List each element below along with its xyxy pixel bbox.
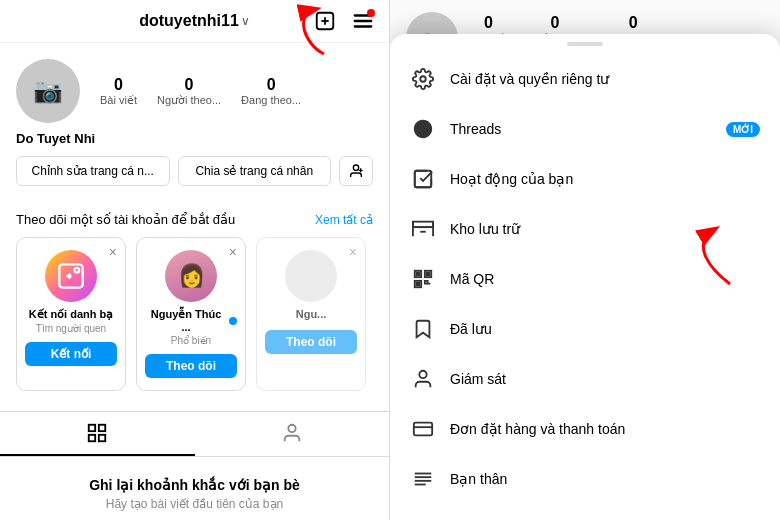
followers-stat: 0 Người theo... (157, 76, 221, 107)
follow-section: Theo dõi một số tài khoản để bắt đầu Xem… (0, 202, 389, 401)
follow-header: Theo dõi một số tài khoản để bắt đầu Xem… (16, 212, 373, 227)
svg-rect-29 (417, 283, 420, 286)
followers-count: 0 (185, 76, 194, 94)
notification-dot (367, 9, 375, 17)
username-title: dotuyetnhi11 (139, 12, 239, 30)
profile-section: 📷 0 Bài viết 0 Người theo... 0 Đang theo… (0, 43, 389, 202)
threads-icon (410, 116, 436, 142)
svg-rect-20 (415, 171, 432, 188)
action-buttons: Chỉnh sửa trang cá n... Chia sẻ trang cá… (16, 156, 373, 186)
card-avatar-1 (45, 250, 97, 302)
edit-profile-button[interactable]: Chỉnh sửa trang cá n... (16, 156, 170, 186)
menu-item-qr[interactable]: Mã QR (390, 254, 780, 304)
threads-label: Threads (450, 121, 712, 137)
archive-icon (410, 216, 436, 242)
add-post-button[interactable] (311, 7, 339, 35)
card-name-1: Kết nối danh bạ (29, 308, 114, 321)
profile-name: Do Tuyet Nhi (16, 131, 373, 146)
avatar: 📷 (16, 59, 80, 123)
menu-item-activity[interactable]: Hoạt động của bạn (390, 154, 780, 204)
svg-point-6 (353, 165, 358, 170)
qr-label: Mã QR (450, 271, 760, 287)
card-avatar-2: 👩 (165, 250, 217, 302)
svg-rect-12 (99, 425, 105, 431)
share-profile-button[interactable]: Chia sẻ trang cá nhân (178, 156, 332, 186)
settings-label: Cài đặt và quyền riêng tư (450, 71, 760, 87)
svg-point-30 (419, 371, 426, 378)
monitor-icon (410, 366, 436, 392)
archive-label: Kho lưu trữ (450, 221, 760, 237)
menu-item-monitor[interactable]: Giám sát (390, 354, 780, 404)
empty-subtitle: Hãy tạo bài viết đầu tiên của bạn (16, 497, 373, 511)
empty-title: Ghi lại khoảnh khắc với bạn bè (16, 477, 373, 493)
card-name-2: Nguyễn Thúc ... (145, 308, 237, 333)
card-subtitle-2: Phổ biến (171, 335, 211, 346)
card-name-3: Ngu... (296, 308, 327, 320)
see-all-link[interactable]: Xem tất cả (315, 213, 373, 227)
svg-point-15 (288, 425, 295, 432)
svg-rect-31 (414, 423, 432, 436)
menu-item-settings[interactable]: Cài đặt và quyền riêng tư (390, 54, 780, 104)
left-header: dotuyetnhi11 ∨ (0, 0, 389, 43)
empty-state: Ghi lại khoảnh khắc với bạn bè Hãy tạo b… (0, 457, 389, 520)
follow-button-1[interactable]: Theo dõi (145, 354, 237, 378)
dropdown-handle (567, 42, 603, 46)
svg-rect-14 (99, 435, 105, 441)
menu-item-orders[interactable]: Đơn đặt hàng và thanh toán (390, 404, 780, 454)
svg-rect-23 (413, 222, 433, 228)
menu-item-saved[interactable]: Đã lưu (390, 304, 780, 354)
menu-item-close-friends[interactable]: Bạn thân (390, 454, 780, 504)
orders-label: Đơn đặt hàng và thanh toán (450, 421, 760, 437)
right-posts-count: 0 (484, 14, 493, 32)
monitor-label: Giám sát (450, 371, 760, 387)
close-friends-label: Bạn thân (450, 471, 760, 487)
add-person-button[interactable] (339, 156, 373, 186)
suggestion-cards: × Kết nối danh bạ Tìm người quen Kết nối… (16, 237, 373, 391)
camera-icon: 📷 (33, 77, 63, 105)
card-avatar-3 (285, 250, 337, 302)
left-panel: dotuyetnhi11 ∨ (0, 0, 390, 520)
svg-rect-27 (417, 273, 420, 276)
orders-icon (410, 416, 436, 442)
saved-label: Đã lưu (450, 321, 760, 337)
suggestion-card-connect: × Kết nối danh bạ Tìm người quen Kết nối (16, 237, 126, 391)
settings-icon (410, 66, 436, 92)
close-card-1[interactable]: × (109, 244, 117, 260)
verified-badge (229, 317, 237, 325)
profile-top: 📷 0 Bài viết 0 Người theo... 0 Đang theo… (16, 59, 373, 123)
saved-icon (410, 316, 436, 342)
header-icons (311, 7, 377, 35)
following-count: 0 (267, 76, 276, 94)
activity-icon (410, 166, 436, 192)
svg-point-19 (420, 76, 426, 82)
menu-item-threads[interactable]: Threads MỚI (390, 104, 780, 154)
svg-point-10 (75, 268, 80, 273)
tab-tagged[interactable] (195, 412, 390, 456)
menu-item-archive[interactable]: Kho lưu trữ (390, 204, 780, 254)
following-label: Đang theo... (241, 94, 301, 106)
follow-button-2[interactable]: Theo dõi (265, 330, 357, 354)
threads-new-badge: MỚI (726, 122, 760, 137)
following-stat: 0 Đang theo... (241, 76, 301, 107)
menu-button[interactable] (349, 7, 377, 35)
card-subtitle-1: Tìm người quen (36, 323, 106, 334)
activity-label: Hoạt động của bạn (450, 171, 760, 187)
dropdown-chevron: ∨ (241, 14, 250, 28)
connect-button[interactable]: Kết nối (25, 342, 117, 366)
followers-label: Người theo... (157, 94, 221, 107)
close-card-3[interactable]: × (349, 244, 357, 260)
close-card-2[interactable]: × (229, 244, 237, 260)
qr-icon (410, 266, 436, 292)
svg-rect-11 (89, 425, 95, 431)
right-panel: 📷 0 Bài viết 0 Người theo... 0 Đang theo… (390, 0, 780, 520)
svg-rect-13 (89, 435, 95, 441)
stats-row: 0 Bài viết 0 Người theo... 0 Đang theo..… (100, 76, 373, 107)
svg-rect-28 (427, 273, 430, 276)
tabs-row (0, 411, 389, 457)
dropdown-menu: Cài đặt và quyền riêng tư Threads MỚI Ho… (390, 34, 780, 520)
follow-title: Theo dõi một số tài khoản để bắt đầu (16, 212, 235, 227)
tab-grid[interactable] (0, 412, 195, 456)
right-following-count: 0 (629, 14, 638, 32)
posts-stat: 0 Bài viết (100, 76, 137, 107)
suggestion-card-nguyen: × 👩 Nguyễn Thúc ... Phổ biến Theo dõi (136, 237, 246, 391)
